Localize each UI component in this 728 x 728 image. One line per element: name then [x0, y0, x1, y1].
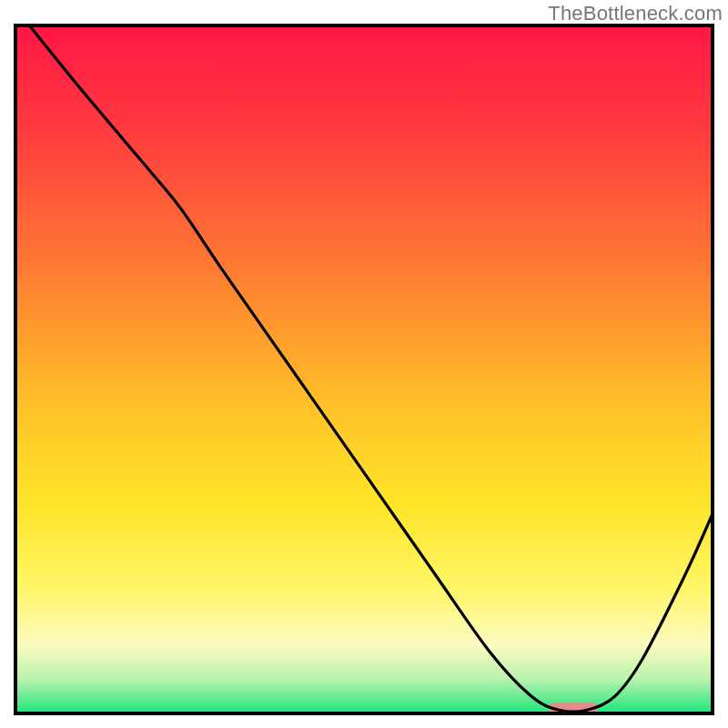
gradient-background [15, 25, 713, 713]
watermark-text: TheBottleneck.com [548, 2, 723, 25]
chart-canvas [0, 0, 728, 728]
chart-container: TheBottleneck.com [0, 0, 728, 728]
